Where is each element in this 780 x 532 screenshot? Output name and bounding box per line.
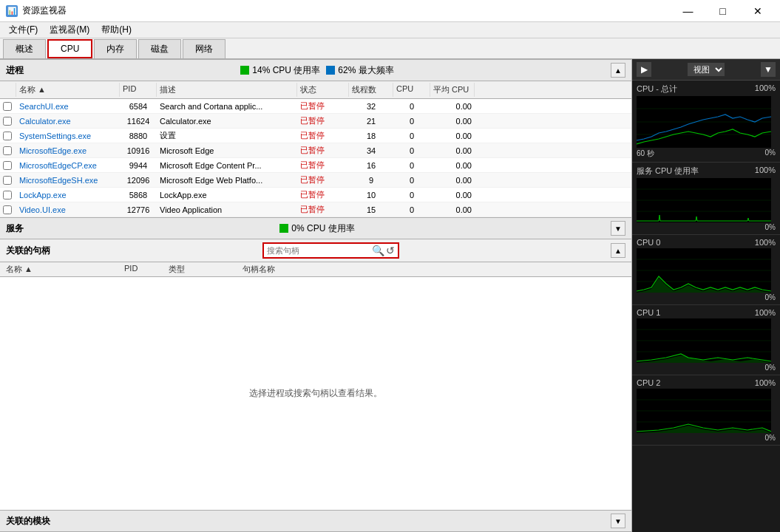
row-name[interactable]: MicrosoftEdgeCP.exe — [16, 158, 120, 172]
row-threads: 10 — [349, 188, 393, 202]
row-check[interactable] — [0, 188, 16, 202]
row-pid: 9944 — [120, 158, 157, 172]
main-layout: 进程 14% CPU 使用率 62% 最大频率 ▲ 名称 ▲ PID — [0, 59, 780, 532]
row-check[interactable] — [0, 173, 16, 187]
graph-service-title: 服务 CPU 使用率 — [637, 166, 699, 177]
row-check[interactable] — [0, 143, 16, 157]
handles-search-input[interactable] — [267, 246, 370, 255]
process-stats: 14% CPU 使用率 62% 最大频率 — [240, 64, 393, 77]
graph-cpu1-canvas — [637, 318, 771, 363]
process-checkbox[interactable] — [3, 117, 12, 126]
view-dropdown[interactable]: 视图 — [688, 63, 725, 76]
row-extra — [475, 188, 489, 202]
freq-stat-icon — [326, 66, 335, 75]
row-check[interactable] — [0, 202, 16, 216]
process-checkbox[interactable] — [3, 191, 12, 200]
row-extra — [475, 114, 489, 128]
services-collapse-btn[interactable]: ▼ — [611, 221, 625, 236]
svc-stat-text: 0% CPU 使用率 — [291, 222, 354, 235]
graph-cpu2: CPU 2 100% 0% — [632, 375, 780, 446]
handles-th-name[interactable]: 名称 ▲ — [6, 264, 124, 275]
handles-th-type[interactable]: 类型 — [169, 264, 243, 275]
row-extra — [475, 129, 489, 143]
handles-title: 关联的句柄 — [6, 245, 50, 257]
graph-cpu0-title: CPU 0 — [637, 238, 660, 247]
row-check[interactable] — [0, 114, 16, 128]
modules-collapse-btn[interactable]: ▼ — [611, 514, 625, 528]
svc-stat-icon — [279, 224, 288, 233]
row-extra — [475, 99, 489, 113]
row-name[interactable]: LockApp.exe — [16, 188, 120, 202]
row-name[interactable]: SystemSettings.exe — [16, 129, 120, 143]
row-name[interactable]: Calculator.exe — [16, 114, 120, 128]
row-cpu: 0 — [393, 129, 430, 143]
graph-cpu0-canvas — [637, 248, 771, 293]
right-nav-prev-btn[interactable]: ▶ — [637, 62, 651, 77]
tab-memory[interactable]: 内存 — [94, 39, 137, 58]
row-name[interactable]: MicrosoftEdgeSH.exe — [16, 173, 120, 187]
th-cpu[interactable]: CPU — [393, 83, 430, 97]
table-row: LockApp.exe 5868 LockApp.exe 已暂停 10 0 0.… — [0, 188, 631, 202]
row-cpu: 0 — [393, 202, 430, 216]
row-avgcpu: 0.00 — [430, 143, 475, 157]
graph-cpu0-title-row: CPU 0 100% — [637, 238, 776, 247]
row-threads: 21 — [349, 114, 393, 128]
row-pid: 12096 — [120, 173, 157, 187]
services-section: 服务 0% CPU 使用率 ▼ — [0, 217, 631, 239]
title-controls: — □ ✕ — [671, 0, 774, 22]
row-name[interactable]: Video.UI.exe — [16, 202, 120, 216]
row-name[interactable]: MicrosoftEdge.exe — [16, 143, 120, 157]
row-cpu: 0 — [393, 188, 430, 202]
row-status: 已暂停 — [297, 158, 349, 172]
th-pid[interactable]: PID — [120, 83, 157, 97]
close-button[interactable]: ✕ — [741, 0, 774, 22]
tab-overview[interactable]: 概述 — [3, 39, 46, 58]
menu-help[interactable]: 帮助(H) — [95, 22, 138, 38]
row-check[interactable] — [0, 158, 16, 172]
handles-collapse-btn[interactable]: ▲ — [611, 243, 625, 258]
menu-monitor[interactable]: 监视器(M) — [44, 22, 95, 38]
handles-table-header: 名称 ▲ PID 类型 句柄名称 — [0, 262, 631, 277]
handles-th-handle[interactable]: 句柄名称 — [243, 264, 625, 275]
right-nav-next-btn[interactable]: ▼ — [761, 62, 776, 77]
process-checkbox[interactable] — [3, 132, 12, 140]
row-pid: 5868 — [120, 188, 157, 202]
process-checkbox[interactable] — [3, 205, 12, 214]
tab-cpu[interactable]: CPU — [47, 39, 92, 58]
th-desc[interactable]: 描述 — [157, 83, 297, 97]
graph-cpu0-bottom: 0% — [637, 293, 776, 301]
refresh-icon[interactable]: ↺ — [386, 245, 395, 256]
row-status: 已暂停 — [297, 99, 349, 113]
row-desc: Calculator.exe — [157, 114, 297, 128]
tab-disk[interactable]: 磁盘 — [138, 39, 181, 58]
handles-empty-text: 选择进程或搜索句柄以查看结果。 — [249, 387, 382, 400]
row-threads: 34 — [349, 143, 393, 157]
title-bar-left: 📊 资源监视器 — [6, 4, 67, 17]
minimize-button[interactable]: — — [671, 0, 705, 22]
th-name[interactable]: 名称 ▲ — [16, 83, 120, 97]
graph-cpu-total-max: 100% — [755, 83, 776, 95]
process-checkbox[interactable] — [3, 161, 12, 170]
th-avgcpu[interactable]: 平均 CPU — [430, 83, 475, 97]
row-avgcpu: 0.00 — [430, 99, 475, 113]
row-avgcpu: 0.00 — [430, 188, 475, 202]
th-threads[interactable]: 线程数 — [349, 83, 393, 97]
row-threads: 32 — [349, 99, 393, 113]
maximize-button[interactable]: □ — [706, 0, 739, 22]
tab-network[interactable]: 网络 — [183, 39, 225, 58]
menu-file[interactable]: 文件(F) — [3, 22, 44, 38]
row-check[interactable] — [0, 129, 16, 143]
process-checkbox[interactable] — [3, 176, 12, 185]
process-table-header: 名称 ▲ PID 描述 状态 线程数 CPU 平均 CPU — [0, 81, 631, 99]
row-check[interactable] — [0, 99, 16, 113]
handles-th-pid[interactable]: PID — [124, 264, 169, 275]
process-checkbox[interactable] — [3, 102, 12, 111]
handles-search-box[interactable]: 🔍 ↺ — [262, 242, 399, 259]
th-status[interactable]: 状态 — [297, 83, 349, 97]
process-collapse-btn[interactable]: ▲ — [611, 63, 625, 78]
row-name[interactable]: SearchUI.exe — [16, 99, 120, 113]
search-icon[interactable]: 🔍 — [372, 245, 384, 256]
row-desc: Microsoft Edge Web Platfo... — [157, 173, 297, 187]
graph-cpu0-max: 100% — [755, 238, 776, 247]
process-checkbox[interactable] — [3, 146, 12, 155]
